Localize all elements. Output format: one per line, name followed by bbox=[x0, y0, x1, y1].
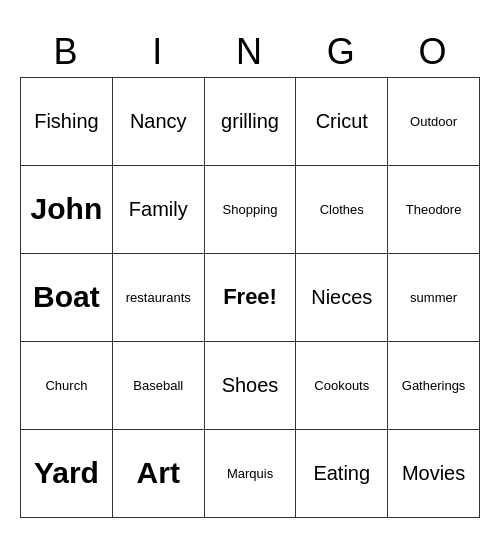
bingo-cell: Boat bbox=[21, 253, 113, 341]
bingo-cell: Clothes bbox=[296, 165, 388, 253]
bingo-header-letter: N bbox=[204, 27, 296, 78]
bingo-cell: Free! bbox=[204, 253, 296, 341]
bingo-header-letter: I bbox=[112, 27, 204, 78]
bingo-cell: Cookouts bbox=[296, 341, 388, 429]
bingo-cell: Fishing bbox=[21, 77, 113, 165]
bingo-cell: Outdoor bbox=[388, 77, 480, 165]
bingo-cell: Shopping bbox=[204, 165, 296, 253]
bingo-header-letter: B bbox=[21, 27, 113, 78]
bingo-card: BINGO FishingNancygrillingCricutOutdoorJ… bbox=[20, 27, 480, 518]
bingo-cell: Nieces bbox=[296, 253, 388, 341]
bingo-cell: John bbox=[21, 165, 113, 253]
bingo-cell: Theodore bbox=[388, 165, 480, 253]
bingo-cell: grilling bbox=[204, 77, 296, 165]
bingo-cell: Art bbox=[112, 429, 204, 517]
bingo-cell: Marquis bbox=[204, 429, 296, 517]
bingo-cell: Baseball bbox=[112, 341, 204, 429]
bingo-cell: restaurants bbox=[112, 253, 204, 341]
bingo-cell: Yard bbox=[21, 429, 113, 517]
bingo-cell: summer bbox=[388, 253, 480, 341]
bingo-cell: Shoes bbox=[204, 341, 296, 429]
bingo-header-letter: O bbox=[388, 27, 480, 78]
bingo-header-letter: G bbox=[296, 27, 388, 78]
bingo-cell: Cricut bbox=[296, 77, 388, 165]
bingo-cell: Movies bbox=[388, 429, 480, 517]
bingo-cell: Nancy bbox=[112, 77, 204, 165]
bingo-cell: Gatherings bbox=[388, 341, 480, 429]
bingo-cell: Church bbox=[21, 341, 113, 429]
bingo-cell: Family bbox=[112, 165, 204, 253]
bingo-cell: Eating bbox=[296, 429, 388, 517]
